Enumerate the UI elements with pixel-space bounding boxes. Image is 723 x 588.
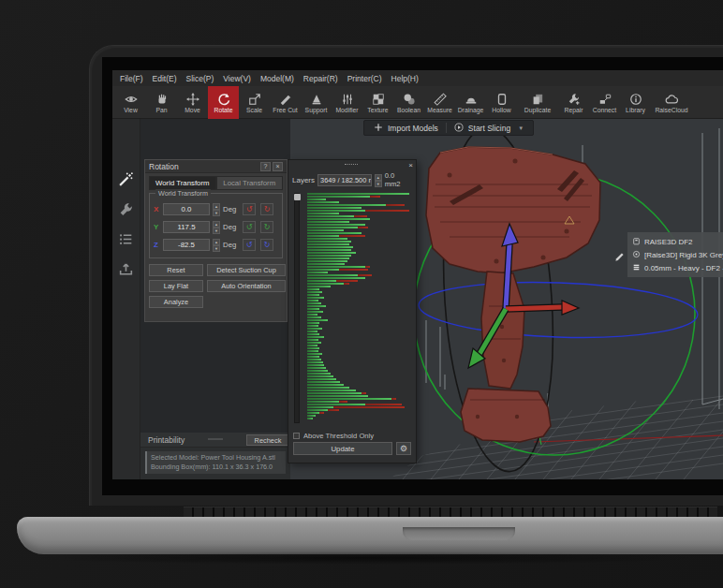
toolbar-duplicate-button[interactable]: Duplicate — [517, 86, 558, 119]
toolbar-modifier-button[interactable]: Modifier — [332, 86, 362, 119]
update-button[interactable]: Update — [293, 442, 392, 455]
menu-printerc[interactable]: Printer(C) — [347, 74, 382, 83]
toolbar-pan-button[interactable]: Pan — [146, 86, 177, 119]
menu-helph[interactable]: Help(H) — [391, 74, 419, 83]
hollow-icon — [495, 93, 509, 106]
threshold-checkbox[interactable] — [293, 433, 300, 439]
layers-panel-titlebar[interactable]: × — [288, 160, 416, 170]
world-transform-group: World Transform X0.0▲▼Deg↺↻Y117.5▲▼Deg↺↻… — [149, 193, 283, 258]
layer-slider-handle[interactable] — [294, 194, 301, 200]
import-models-label: Import Models — [388, 124, 438, 133]
printer-info-text: 0.05mm - Heavy - DF2 - Rigid 3K Grey — [644, 264, 723, 272]
layer-range-input[interactable]: 3649 / 182.500 mm — [317, 174, 372, 186]
slice-dropdown-caret[interactable]: ▼ — [518, 125, 524, 131]
list-icon[interactable] — [118, 231, 134, 247]
rotate-icon — [217, 93, 230, 106]
drag-handle[interactable] — [208, 438, 223, 440]
toolbar-free-cut-button[interactable]: Free Cut — [270, 86, 301, 119]
toolbar-scale-button[interactable]: Scale — [239, 86, 270, 119]
gear-icon[interactable]: ⚙ — [396, 442, 411, 455]
toolbar-texture-button[interactable]: Texture — [362, 86, 393, 119]
toolbar-repair-button[interactable]: Repair — [558, 86, 589, 119]
toolbar-hollow-button[interactable]: Hollow — [486, 86, 517, 119]
menu-modelm[interactable]: Model(M) — [260, 74, 294, 83]
axis-spinner[interactable]: ▲▼ — [213, 239, 220, 251]
axis-unit: Deg — [223, 205, 238, 213]
toolbar-library-button[interactable]: Library — [620, 86, 651, 119]
toolbar-move-button[interactable]: Move — [177, 86, 208, 119]
recheck-button[interactable]: Recheck — [246, 434, 289, 446]
printer-info-overlay[interactable]: RAISE3D DF2[Raise3D] Rigid 3K Grey V10.0… — [627, 232, 723, 277]
drag-handle[interactable] — [345, 164, 358, 166]
menu-slicep[interactable]: Slice(P) — [186, 74, 214, 83]
axis-z-input[interactable]: -82.5 — [163, 239, 210, 251]
rotation-actions: Reset Detect Suction Cup Lay Flat Auto O… — [149, 264, 283, 308]
toolbar-label: Duplicate — [524, 107, 551, 113]
toolbar-drainage-button[interactable]: Drainage — [455, 86, 486, 119]
layer-histogram — [288, 191, 416, 427]
toolbar-boolean-button[interactable]: Boolean — [393, 86, 424, 119]
move-icon — [186, 93, 199, 106]
toolbar-label: Free Cut — [273, 107, 297, 113]
layers-icon — [632, 263, 641, 273]
tab-world-transform[interactable]: World Transform — [149, 176, 216, 190]
menu-filef[interactable]: File(F) — [120, 74, 143, 83]
rotation-panel-titlebar[interactable]: Rotation ? × — [145, 160, 287, 173]
axis-spinner[interactable]: ▲▼ — [213, 203, 220, 215]
detect-suction-cup-button[interactable]: Detect Suction Cup — [207, 264, 286, 276]
gizmo-x-arrow[interactable] — [506, 307, 562, 309]
axis-spinner[interactable]: ▲▼ — [213, 221, 220, 233]
rotate-cw-button[interactable]: ↻ — [260, 239, 273, 251]
toolbar-raisecloud-button[interactable]: RaiseCloud — [651, 86, 692, 119]
wrench-icon[interactable] — [118, 201, 134, 217]
export-icon[interactable] — [118, 261, 134, 277]
wand-icon[interactable] — [118, 171, 134, 187]
analyze-button[interactable]: Analyze — [149, 296, 203, 308]
tab-local-transform[interactable]: Local Transform — [216, 176, 284, 190]
axis-x-input[interactable]: 0.0 — [163, 203, 210, 215]
axis-unit: Deg — [223, 241, 238, 249]
spool-icon — [632, 250, 641, 260]
rotate-cw-button[interactable]: ↻ — [260, 221, 273, 233]
rotate-ccw-button[interactable]: ↺ — [243, 221, 256, 233]
axis-y-input[interactable]: 117.5 — [163, 221, 210, 233]
axis-row-z: Z-82.5▲▼Deg↺↻ — [154, 236, 278, 254]
menu-viewv[interactable]: View(V) — [223, 74, 251, 83]
transform-tabs: World TransformLocal Transform — [149, 176, 283, 190]
rotate-cw-button[interactable]: ↻ — [260, 203, 273, 215]
help-button[interactable]: ? — [260, 162, 271, 171]
model-silhouette[interactable] — [426, 147, 600, 442]
lay-flat-button[interactable]: Lay Flat — [149, 280, 203, 292]
toolbar-view-button[interactable]: View — [115, 86, 146, 119]
rotation-panel-title: Rotation — [149, 162, 179, 171]
printability-titlebar[interactable]: Printability Recheck — [140, 433, 290, 448]
toolbar-label: Support — [305, 107, 328, 113]
toolbar-connect-button[interactable]: Connect — [589, 86, 620, 119]
reset-button[interactable]: Reset — [149, 264, 203, 276]
import-models-button[interactable]: Import Models — [374, 123, 438, 134]
toolbar-measure-button[interactable]: Measure — [424, 86, 455, 119]
toolbar-label: Boolean — [397, 107, 421, 113]
rotate-ccw-button[interactable]: ↺ — [243, 239, 256, 251]
toolbar-label: Measure — [427, 107, 451, 113]
layers-label: Layers — [292, 176, 315, 184]
measure-icon — [434, 93, 447, 106]
menu-edite[interactable]: Edit(E) — [153, 74, 177, 83]
printer-info-text: RAISE3D DF2 — [644, 238, 693, 246]
start-slicing-button[interactable]: Start Slicing — [454, 123, 510, 134]
toolbar-support-button[interactable]: Support — [301, 86, 332, 119]
close-icon[interactable]: × — [408, 161, 413, 169]
threshold-option[interactable]: Above Threshold Only — [293, 429, 411, 442]
layer-slider[interactable] — [294, 193, 300, 423]
rotate-ccw-button[interactable]: ↺ — [243, 203, 256, 215]
layer-spinner[interactable]: ▲▼ — [375, 174, 382, 186]
toolbar-rotate-button[interactable]: Rotate — [208, 86, 239, 119]
menu-repairr[interactable]: Repair(R) — [303, 74, 338, 83]
bounding-box-text: Bounding Box(mm): 110.1 x 36.3 x 176.0 — [151, 463, 282, 472]
main-toolbar: ViewPanMoveRotateScaleFree CutSupportMod… — [112, 86, 723, 119]
pencil-icon[interactable] — [614, 249, 625, 259]
toolbar-label: Texture — [367, 107, 388, 113]
close-button[interactable]: × — [273, 162, 283, 171]
printability-title: Printability — [148, 435, 184, 445]
auto-orientation-button[interactable]: Auto Orientation — [207, 280, 286, 292]
